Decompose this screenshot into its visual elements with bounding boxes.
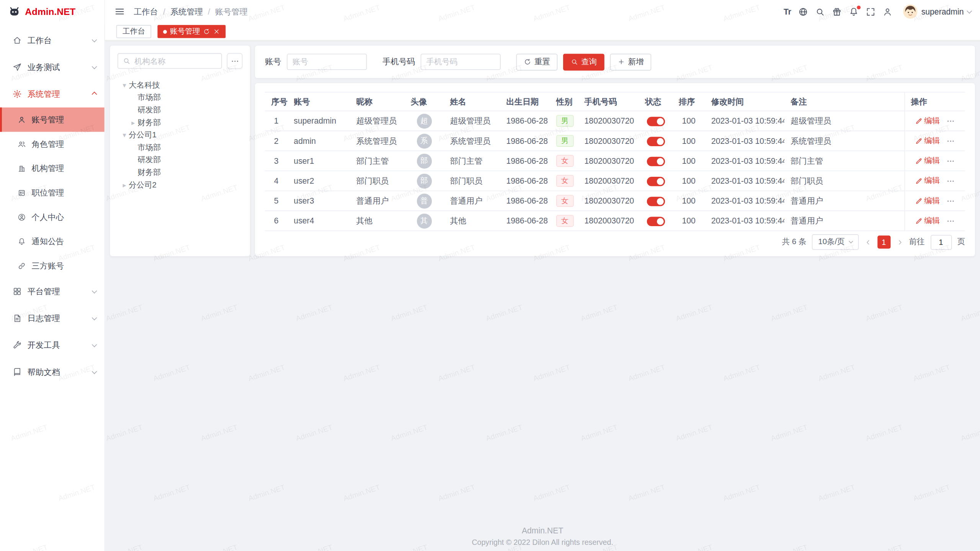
column-header: 修改时间 [705, 92, 784, 111]
sidebar-item[interactable]: 业务测试 [0, 54, 105, 80]
prev-page-button[interactable] [864, 238, 872, 246]
total-count: 共 6 条 [782, 237, 807, 248]
phone-input[interactable] [421, 54, 501, 70]
status-toggle[interactable] [647, 176, 665, 186]
sidebar-item[interactable]: 职位管理 [0, 181, 105, 205]
tab-account-management[interactable]: 账号管理 [157, 25, 225, 38]
row-more-button[interactable] [946, 176, 955, 185]
tree-node[interactable]: 分公司2 [118, 179, 243, 191]
goto-page-input[interactable] [930, 235, 952, 249]
birthday-cell: 1986-06-28 [500, 171, 550, 191]
logo-icon [8, 5, 21, 18]
tree-node[interactable]: 研发部 [118, 154, 243, 166]
profile-icon[interactable] [882, 7, 892, 16]
sidebar-item[interactable]: 日志管理 [0, 305, 105, 332]
refresh-icon[interactable] [203, 28, 210, 35]
tree-node[interactable]: 研发部 [118, 104, 243, 116]
add-button[interactable]: 新增 [610, 54, 651, 70]
tree-node[interactable]: 市场部 [118, 91, 243, 104]
status-toggle[interactable] [647, 197, 665, 206]
chevron-down-icon [967, 8, 972, 13]
sidebar-item[interactable]: 三方账号 [0, 254, 105, 278]
sidebar-item[interactable]: 平台管理 [0, 278, 105, 305]
tree-node[interactable]: 财务部 [118, 116, 243, 129]
menu-icon [13, 314, 22, 323]
column-header: 序号 [265, 92, 287, 111]
sidebar-item[interactable]: 工作台 [0, 27, 105, 54]
sidebar-item[interactable]: 账号管理 [0, 108, 105, 132]
fullscreen-icon[interactable] [866, 7, 875, 16]
table-row: 2 admin 系统管理员 系 系统管理员 1986-06-28 男 18020… [265, 131, 965, 151]
tree-node[interactable]: 财务部 [118, 166, 243, 179]
sidebar-item[interactable]: 开发工具 [0, 332, 105, 359]
tree-more-button[interactable] [227, 53, 243, 69]
sidebar-item[interactable]: 帮助文档 [0, 359, 105, 385]
row-more-button[interactable] [946, 217, 955, 225]
edit-button[interactable]: 编辑 [915, 116, 940, 126]
tree-caret-icon[interactable] [120, 81, 129, 89]
column-header: 状态 [639, 92, 673, 111]
row-more-button[interactable] [946, 156, 955, 165]
table-row: 3 user1 部门主管 部 部门主管 1986-06-28 女 1802003… [265, 151, 965, 171]
phone-cell: 18020030720 [578, 111, 639, 131]
toggle-knob [657, 218, 663, 225]
org-search-input[interactable] [118, 53, 222, 69]
sidebar-item[interactable]: 机构管理 [0, 156, 105, 181]
status-toggle[interactable] [647, 217, 665, 226]
edit-button[interactable]: 编辑 [915, 196, 940, 206]
page-size-select[interactable]: 10条/页 [812, 234, 858, 250]
row-more-button[interactable] [946, 196, 955, 205]
row-more-button[interactable] [946, 137, 955, 145]
tree-node[interactable]: 分公司1 [118, 129, 243, 141]
status-toggle[interactable] [647, 156, 665, 166]
tree-node-label: 财务部 [137, 117, 161, 128]
font-size-icon[interactable]: Tr [784, 7, 791, 16]
edit-icon [915, 177, 923, 185]
tree-caret-icon[interactable] [120, 181, 129, 189]
edit-label: 编辑 [924, 215, 940, 226]
tree-node[interactable]: 大名科技 [118, 79, 243, 91]
user-menu[interactable]: superadmin [903, 4, 971, 19]
column-header: 操作 [904, 92, 965, 111]
status-toggle[interactable] [647, 117, 665, 126]
breadcrumb-item[interactable]: 系统管理 [170, 6, 203, 17]
phone-cell: 18020030720 [578, 131, 639, 151]
close-icon[interactable] [213, 28, 220, 35]
page-number-current[interactable]: 1 [877, 236, 890, 249]
tree-node[interactable]: 市场部 [118, 141, 243, 154]
sidebar-item[interactable]: 通知公告 [0, 229, 105, 254]
brand-logo[interactable]: Admin.NET [0, 0, 105, 23]
account-input[interactable] [287, 54, 367, 70]
search-icon[interactable] [815, 7, 825, 16]
notifications-button[interactable] [849, 7, 859, 16]
edit-icon [915, 197, 923, 205]
username: superadmin [921, 7, 964, 16]
topbar-actions: Tr superadmin [784, 4, 971, 19]
hamburger-menu-icon[interactable] [114, 6, 125, 17]
sidebar-item[interactable]: 个人中心 [0, 205, 105, 230]
edit-button[interactable]: 编辑 [915, 176, 940, 186]
remark-cell: 普通用户 [784, 191, 904, 211]
next-page-button[interactable] [896, 238, 903, 246]
breadcrumb-item[interactable]: 工作台 [134, 6, 158, 17]
edit-button[interactable]: 编辑 [915, 156, 940, 166]
column-header: 姓名 [444, 92, 500, 111]
search-button[interactable]: 查询 [563, 54, 604, 70]
edit-button[interactable]: 编辑 [915, 215, 940, 226]
index-cell: 2 [265, 131, 287, 151]
sidebar-item[interactable]: 系统管理 [0, 81, 105, 108]
globe-icon[interactable] [798, 7, 808, 16]
tab-workbench[interactable]: 工作台 [116, 25, 151, 38]
sidebar-item[interactable]: 角色管理 [0, 132, 105, 156]
edit-button[interactable]: 编辑 [915, 135, 940, 146]
account-cell: user4 [287, 211, 350, 231]
row-more-button[interactable] [946, 116, 955, 125]
status-toggle[interactable] [647, 137, 665, 146]
tree-caret-icon[interactable] [120, 131, 129, 139]
tree-caret-icon[interactable] [129, 118, 137, 126]
theme-gift-icon[interactable] [832, 7, 842, 16]
chevron-icon [92, 64, 97, 69]
reset-button[interactable]: 重置 [516, 54, 558, 70]
tree-node-label: 大名科技 [129, 80, 160, 90]
gender-badge: 女 [556, 155, 573, 167]
